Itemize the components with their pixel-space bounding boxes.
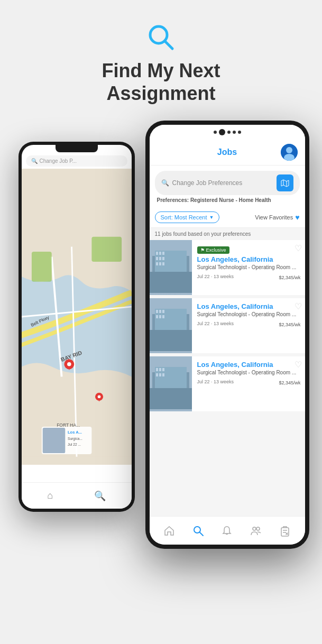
svg-line-56 bbox=[200, 532, 203, 536]
search-input[interactable]: Change Job Preferences bbox=[172, 179, 273, 187]
preferences-bar: Preferences: Registered Nurse - Home Hea… bbox=[155, 197, 300, 203]
svg-rect-28 bbox=[156, 257, 158, 260]
view-favorites-button[interactable]: View Favorites ♥ bbox=[255, 213, 299, 222]
svg-rect-4 bbox=[91, 237, 122, 262]
svg-rect-43 bbox=[162, 315, 164, 318]
job-card-1[interactable]: ⚑ Exclusive Los Angeles, California Surg… bbox=[150, 240, 305, 295]
exclusive-badge: ⚑ Exclusive bbox=[197, 246, 229, 254]
svg-rect-30 bbox=[162, 257, 164, 260]
svg-text:Surgica...: Surgica... bbox=[67, 437, 82, 441]
nav-bell[interactable] bbox=[221, 525, 233, 537]
job-city-2: Los Angeles, California bbox=[197, 302, 301, 311]
nav-home[interactable] bbox=[163, 525, 175, 537]
front-title: Jobs bbox=[174, 148, 281, 157]
job-date-3: Jul 22 · 13 weeks bbox=[197, 379, 234, 384]
sort-dropdown[interactable]: Sort: Most Recent ▼ bbox=[155, 211, 220, 223]
status-bar bbox=[150, 125, 305, 140]
svg-rect-41 bbox=[156, 315, 158, 318]
job-specialty-2: Surgical Technologist - Operating Room .… bbox=[197, 311, 301, 317]
front-content: 🔍 Change Job Preferences Preferences: bbox=[150, 165, 305, 516]
job-pay-1: $2,345/wk bbox=[279, 272, 300, 281]
favorites-label: View Favorites bbox=[255, 214, 293, 220]
job-meta-1: Jul 22 · 13 weeks $2,345/wk bbox=[197, 272, 301, 281]
job-image-3 bbox=[150, 356, 192, 411]
heart-icon-3[interactable]: ♡ bbox=[295, 360, 302, 370]
svg-rect-3 bbox=[31, 252, 51, 282]
job-specialty-1: Surgical Technologist - Operating Room .… bbox=[197, 264, 301, 270]
svg-rect-15 bbox=[42, 428, 65, 453]
search-icon bbox=[145, 21, 177, 53]
hero-title: Find My Next Assignment bbox=[102, 59, 220, 105]
job-image-2 bbox=[150, 298, 192, 353]
front-phone: Jobs 🔍 Change Job Preferences bbox=[145, 121, 309, 549]
nav-people[interactable] bbox=[250, 525, 262, 537]
search-icon: 🔍 bbox=[161, 179, 169, 187]
svg-rect-44 bbox=[150, 330, 192, 351]
heart-icon-2[interactable]: ♡ bbox=[295, 301, 302, 311]
back-search-icon: 🔍 bbox=[31, 158, 38, 164]
jobs-list: ⚑ Exclusive Los Angeles, California Surg… bbox=[150, 240, 305, 415]
front-header: Jobs bbox=[150, 140, 305, 165]
sort-label: Sort: Most Recent bbox=[161, 214, 207, 220]
back-phone-notch bbox=[56, 145, 98, 152]
map-toggle-button[interactable] bbox=[277, 174, 293, 191]
svg-point-20 bbox=[286, 147, 292, 153]
svg-text:Los A...: Los A... bbox=[67, 430, 81, 435]
job-date-1: Jul 22 · 13 weeks bbox=[197, 274, 234, 279]
svg-rect-48 bbox=[156, 368, 158, 371]
svg-rect-26 bbox=[159, 252, 161, 255]
chevron-down-icon: ▼ bbox=[209, 215, 214, 220]
back-bottom-nav: ⌂ 🔍 bbox=[22, 482, 132, 509]
camera-area bbox=[158, 129, 297, 135]
svg-point-59 bbox=[256, 527, 260, 530]
front-bottom-nav bbox=[150, 516, 305, 545]
svg-rect-29 bbox=[159, 257, 161, 260]
job-image-1 bbox=[150, 240, 192, 295]
phones-container: 🔍 Change Job P... bbox=[8, 121, 315, 554]
hero-section: Find My Next Assignment bbox=[102, 21, 220, 105]
svg-text:Jul 22 ...: Jul 22 ... bbox=[67, 443, 80, 446]
svg-rect-38 bbox=[156, 310, 158, 313]
job-card-3[interactable]: Los Angeles, California Surgical Technol… bbox=[150, 356, 305, 411]
svg-rect-49 bbox=[159, 368, 161, 371]
map-view: BAY RID Belt Pkwy FORT HA bbox=[22, 169, 132, 465]
svg-rect-31 bbox=[156, 262, 158, 265]
back-search-text: Change Job P... bbox=[40, 158, 77, 164]
back-phone: 🔍 Change Job P... bbox=[19, 142, 135, 512]
avatar[interactable] bbox=[281, 144, 298, 161]
svg-rect-51 bbox=[156, 373, 158, 376]
job-pay-3: $2,345/wk bbox=[279, 378, 300, 386]
svg-rect-34 bbox=[150, 272, 192, 293]
job-specialty-3: Surgical Technologist - Operating Room .… bbox=[197, 370, 301, 375]
svg-rect-33 bbox=[162, 262, 164, 265]
svg-rect-53 bbox=[162, 373, 164, 376]
svg-rect-50 bbox=[162, 368, 164, 371]
svg-rect-39 bbox=[159, 310, 161, 313]
heart-icon-1[interactable]: ♡ bbox=[295, 243, 302, 253]
job-pay-2: $2,345/wk bbox=[279, 319, 300, 328]
search-bar[interactable]: 🔍 Change Job Preferences bbox=[155, 171, 300, 195]
job-info-3: Los Angeles, California Surgical Technol… bbox=[192, 356, 305, 411]
job-city-3: Los Angeles, California bbox=[197, 361, 301, 369]
svg-point-12 bbox=[97, 395, 100, 399]
search-section: 🔍 Change Job Preferences Preferences: bbox=[150, 165, 305, 207]
nav-clipboard[interactable] bbox=[279, 525, 291, 537]
job-meta-2: Jul 22 · 13 weeks $2,345/wk bbox=[197, 319, 301, 328]
svg-rect-52 bbox=[159, 373, 161, 376]
back-nav-home-icon[interactable]: ⌂ bbox=[47, 490, 53, 501]
job-city-1: Los Angeles, California bbox=[197, 255, 301, 264]
job-card-2[interactable]: Los Angeles, California Surgical Technol… bbox=[150, 298, 305, 353]
svg-line-1 bbox=[165, 41, 172, 49]
svg-rect-25 bbox=[156, 252, 158, 255]
back-nav-search-icon[interactable]: 🔍 bbox=[94, 490, 106, 502]
filter-row: Sort: Most Recent ▼ View Favorites ♥ bbox=[150, 207, 305, 228]
results-count: 11 jobs found based on your preferences bbox=[150, 228, 305, 240]
job-info-1: ⚑ Exclusive Los Angeles, California Surg… bbox=[192, 240, 305, 295]
svg-rect-54 bbox=[150, 388, 192, 409]
svg-rect-27 bbox=[162, 252, 164, 255]
nav-search[interactable] bbox=[192, 525, 204, 537]
svg-point-55 bbox=[194, 527, 200, 533]
back-phone-search: 🔍 Change Job P... bbox=[22, 154, 132, 169]
svg-rect-42 bbox=[159, 315, 161, 318]
exclusive-label: Exclusive bbox=[206, 247, 226, 253]
